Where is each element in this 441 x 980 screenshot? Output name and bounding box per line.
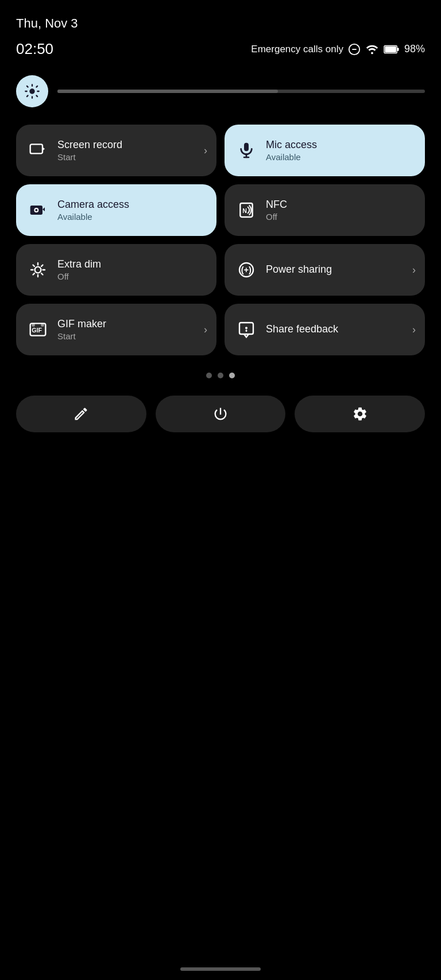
status-bar: Thu, Nov 3 02:50 Emergency calls only 98…: [0, 0, 441, 64]
date-display: Thu, Nov 3: [16, 16, 425, 31]
share-feedback-chevron: ›: [412, 324, 416, 336]
dot-3: [229, 373, 235, 378]
status-icons: Emergency calls only 98%: [251, 43, 425, 56]
power-sharing-text: Power sharing: [266, 264, 413, 276]
svg-text:N: N: [242, 207, 247, 214]
tile-nfc[interactable]: N NFC Off: [225, 184, 425, 236]
gif-icon: GIF: [28, 319, 48, 340]
svg-line-25: [33, 273, 34, 274]
time-display: 02:50: [16, 40, 53, 58]
svg-rect-31: [32, 323, 34, 326]
svg-marker-8: [42, 147, 45, 151]
svg-rect-7: [30, 144, 42, 153]
gif-maker-chevron: ›: [204, 324, 207, 336]
tile-extra-dim[interactable]: Extra dim Off: [16, 244, 216, 296]
svg-rect-32: [41, 323, 44, 326]
svg-point-34: [245, 327, 247, 329]
power-sharing-title: Power sharing: [266, 264, 413, 276]
camera-access-text: Camera access Available: [57, 199, 205, 222]
power-button[interactable]: [156, 396, 286, 432]
edit-button[interactable]: [16, 396, 146, 432]
power-sharing-icon: (+): [236, 259, 257, 280]
svg-text:GIF: GIF: [32, 327, 42, 334]
extra-dim-text: Extra dim Off: [57, 258, 205, 282]
share-feedback-title: Share feedback: [266, 323, 413, 336]
tile-camera-access[interactable]: Camera access Available: [16, 184, 216, 236]
extra-dim-subtitle: Off: [57, 272, 205, 281]
tile-gif-maker[interactable]: GIF GIF maker Start ›: [16, 304, 216, 355]
svg-marker-13: [42, 207, 45, 211]
svg-point-2: [371, 52, 373, 54]
tile-screen-record[interactable]: Screen record Start ›: [16, 125, 216, 176]
extra-dim-icon: [28, 259, 48, 280]
feedback-icon: [236, 319, 257, 340]
svg-line-26: [41, 265, 42, 266]
nfc-title: NFC: [266, 199, 413, 211]
svg-rect-9: [244, 143, 249, 152]
screen-record-title: Screen record: [57, 139, 205, 152]
battery-icon: [384, 44, 400, 55]
page-indicator: [0, 367, 441, 390]
quick-settings-grid: Screen record Start › Mic access Availab…: [0, 113, 441, 367]
screen-record-chevron: ›: [204, 145, 207, 157]
brightness-icon-button[interactable]: [16, 75, 48, 107]
camera-access-title: Camera access: [57, 199, 205, 211]
dot-1: [206, 373, 212, 378]
emergency-text: Emergency calls only: [251, 44, 343, 55]
share-feedback-text: Share feedback: [266, 323, 413, 336]
tile-power-sharing[interactable]: (+) Power sharing ›: [225, 244, 425, 296]
mic-access-title: Mic access: [266, 139, 413, 152]
nfc-subtitle: Off: [266, 212, 413, 222]
brightness-control[interactable]: [0, 64, 441, 113]
nfc-text: NFC Off: [266, 199, 413, 222]
svg-point-18: [35, 267, 41, 273]
tile-mic-access[interactable]: Mic access Available: [225, 125, 425, 176]
nfc-icon: N: [236, 200, 257, 220]
gif-maker-subtitle: Start: [57, 331, 205, 341]
screen-record-subtitle: Start: [57, 152, 205, 162]
mic-access-text: Mic access Available: [266, 139, 413, 162]
screen-record-icon: [28, 140, 48, 161]
gif-maker-title: GIF maker: [57, 318, 205, 331]
svg-rect-4: [385, 46, 396, 52]
dot-2: [218, 373, 223, 378]
settings-button[interactable]: [295, 396, 425, 432]
brightness-icon: [24, 83, 40, 99]
mic-access-subtitle: Available: [266, 152, 413, 162]
settings-icon: [352, 406, 368, 422]
dnd-icon: [348, 43, 361, 56]
svg-point-6: [29, 88, 34, 94]
wifi-icon: [365, 43, 379, 56]
power-sharing-chevron: ›: [412, 264, 416, 276]
svg-text:(+): (+): [241, 265, 252, 274]
tile-share-feedback[interactable]: Share feedback ›: [225, 304, 425, 355]
svg-line-24: [41, 273, 42, 274]
home-indicator: [180, 967, 261, 971]
svg-point-15: [35, 209, 37, 211]
brightness-fill: [57, 90, 278, 93]
camera-access-subtitle: Available: [57, 212, 205, 222]
svg-rect-5: [397, 48, 399, 51]
camera-icon: [28, 200, 48, 220]
gif-maker-text: GIF maker Start: [57, 318, 205, 342]
mic-icon: [236, 140, 257, 161]
screen-record-text: Screen record Start: [57, 139, 205, 162]
bottom-action-bar: [0, 390, 441, 444]
extra-dim-title: Extra dim: [57, 258, 205, 271]
svg-line-23: [33, 265, 34, 266]
edit-icon: [73, 406, 89, 422]
brightness-slider[interactable]: [57, 90, 425, 93]
power-icon: [212, 406, 229, 422]
battery-percent: 98%: [404, 43, 425, 55]
